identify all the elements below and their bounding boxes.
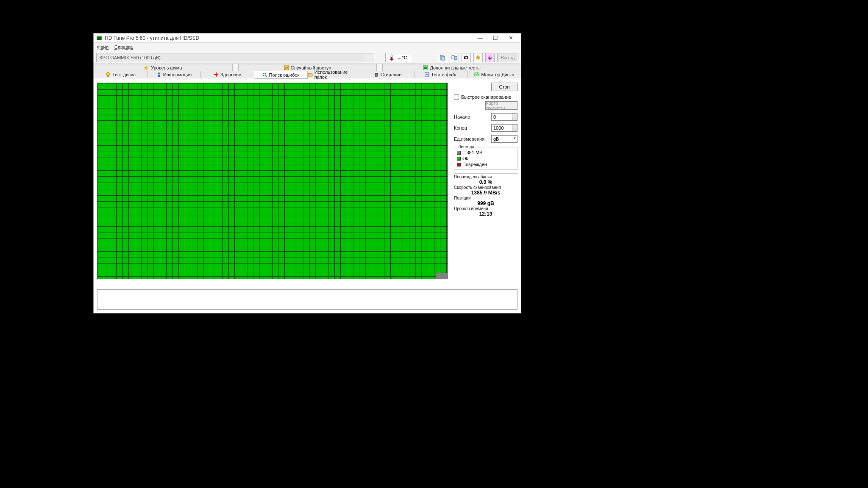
speed-map-button[interactable]: Карта скорости [485,101,517,110]
folder-icon [308,72,313,77]
window-title: HD Tune Pro 5.60 - утилита для HD/SSD [105,35,473,41]
app-window: HD Tune Pro 5.60 - утилита для HD/SSD — … [93,33,521,313]
menu-file[interactable]: Файл [97,44,108,50]
speed-value: 1385.9 MB/s [454,190,517,196]
svg-point-13 [106,72,110,76]
bulb-icon [106,72,111,77]
tab-benchmark[interactable]: Тест диска [94,71,147,78]
position-label: Позиция [454,196,517,200]
damaged-value: 0.0 % [454,179,517,185]
svg-rect-5 [442,56,445,60]
temperature-display: -- °C [385,53,411,62]
checkbox-box [454,94,459,100]
quick-scan-checkbox[interactable]: Быстрое сканирование [454,94,517,100]
legend-group: Легенда = 381 MB Ok Повреждён [454,147,517,170]
svg-point-15 [158,72,160,74]
save-icon[interactable] [485,53,495,62]
tab-error-scan[interactable]: Поиск ошибок [254,71,308,79]
svg-rect-7 [454,56,457,60]
random-icon [284,65,289,70]
tab-folder-usage[interactable]: Использование папок [307,71,361,78]
tab-extra-tests[interactable]: Дополнительные тесты [382,64,521,71]
health-icon [214,72,219,77]
svg-rect-19 [375,73,378,74]
extra-icon [423,65,428,70]
temperature-value: -- °C [398,55,407,60]
menubar: Файл Справка [94,43,521,51]
options-icon[interactable] [473,53,483,62]
spinner-icon[interactable] [512,114,517,120]
side-panel: Стоп Быстрое сканирование Карта скорости… [454,83,517,279]
copy-screenshot-icon[interactable] [450,53,459,62]
titlebar: HD Tune Pro 5.60 - утилита для HD/SSD — … [94,33,521,43]
maximize-button[interactable]: ☐ [488,34,503,42]
damaged-label: Повреждены блоки [454,175,517,179]
svg-point-9 [465,57,467,58]
start-input[interactable]: 0 [491,113,517,121]
tab-health[interactable]: Здоровье [200,71,254,78]
toolbar: XPG GAMMIX S50 (1000 gB) -- °C Выход [94,51,521,64]
svg-rect-6 [452,55,454,59]
unit-label: Ед.измерения [454,136,484,141]
minimize-button[interactable]: — [473,34,488,42]
position-value: 999 gB [454,200,517,206]
unit-select[interactable]: gB [491,135,517,143]
svg-rect-14 [107,76,109,77]
file-test-icon [424,72,429,77]
content-area: Стоп Быстрое сканирование Карта скорости… [94,78,521,313]
speed-label: Скорость сканирования [454,185,517,190]
start-label: Начало [454,114,470,119]
stats-group: Повреждены блоки 0.0 % Скорость сканиров… [454,173,517,218]
tab-info[interactable]: Информация [147,71,201,78]
drive-select[interactable]: XPG GAMMIX S50 (1000 gB) [96,53,374,62]
legend-bad-label: Повреждён [462,162,487,167]
copy-info-icon[interactable] [438,53,447,62]
stop-button[interactable]: Стоп [491,83,517,91]
svg-point-21 [426,74,428,75]
svg-rect-3 [391,57,392,59]
monitor-icon [474,72,479,77]
legend-block-icon [457,151,461,155]
tab-noise[interactable]: Уровень шума [94,64,233,71]
end-input[interactable]: 1000 [491,124,517,132]
quick-scan-label: Быстрое сканирование [461,94,511,100]
info-icon [156,72,161,77]
magnifier-icon [262,72,267,78]
tab-file-benchmark[interactable]: Тест в файл [414,71,468,78]
tabstrip: Уровень шума Случайный доступ Дополнител… [94,64,521,78]
log-box [97,289,517,310]
drive-select-value: XPG GAMMIX S50 (1000 gB) [99,55,161,60]
thermometer-icon [389,54,394,61]
legend-title: Легенда [457,144,476,149]
svg-rect-16 [158,75,160,77]
app-icon [96,35,102,41]
menu-help[interactable]: Справка [114,44,133,50]
trash-icon [374,72,379,77]
legend-ok-icon [457,157,461,161]
svg-line-18 [266,76,267,77]
spinner-icon[interactable] [512,125,517,131]
end-label: Конец [454,125,467,130]
close-button[interactable]: ✕ [503,34,518,42]
svg-rect-12 [424,67,427,69]
exit-button[interactable]: Выход [497,53,518,62]
scan-grid-tail [436,273,448,279]
elapsed-label: Прошло времени [454,206,517,211]
legend-block-label: = 381 MB [462,150,482,155]
elapsed-value: 12:13 [454,211,517,217]
tab-erase[interactable]: Стирание [361,71,415,78]
legend-ok-label: Ok [462,156,468,161]
scan-grid [97,83,448,279]
save-screenshot-icon[interactable] [462,53,471,62]
legend-bad-icon [457,163,461,166]
speaker-icon [144,65,149,70]
svg-point-17 [263,73,266,76]
tab-disk-monitor[interactable]: Монитор Диска [467,71,521,78]
